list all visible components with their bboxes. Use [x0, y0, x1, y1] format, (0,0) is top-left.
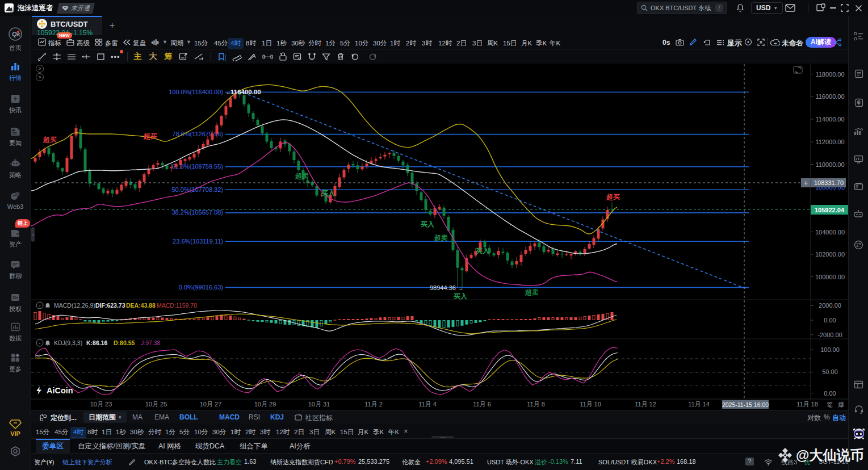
svg-text:⌄: ⌄: [38, 303, 42, 308]
svg-text:11月 2: 11月 2: [364, 401, 383, 408]
svg-text:10月 25: 10月 25: [145, 401, 167, 408]
svg-text:98944.36 →: 98944.36 →: [430, 284, 464, 291]
svg-text:D:80.55: D:80.55: [114, 339, 135, 346]
svg-text:116400.00: 116400.00: [230, 89, 261, 95]
svg-text:2000.00: 2000.00: [819, 302, 841, 309]
svg-text:50.0%(107708.32): 50.0%(107708.32): [171, 186, 223, 193]
svg-text:11月 8: 11月 8: [527, 401, 545, 408]
svg-text:2025-11-15 16:00: 2025-11-15 16:00: [722, 401, 769, 408]
svg-text:11月 10: 11月 10: [580, 401, 601, 408]
svg-text:50.00: 50.00: [822, 368, 838, 375]
svg-text:105922.04: 105922.04: [815, 207, 845, 213]
svg-text:0.00: 0.00: [824, 317, 836, 324]
svg-text:10月 31: 10月 31: [308, 401, 330, 408]
svg-text:11月 4: 11月 4: [418, 401, 437, 408]
svg-text:买入: 买入: [476, 247, 490, 255]
svg-text:100000.00: 100000.00: [815, 274, 845, 280]
svg-text:-2000.00: -2000.00: [817, 331, 842, 338]
svg-text:AiCoin: AiCoin: [47, 386, 73, 395]
svg-text:˃: ˃: [38, 66, 41, 72]
svg-text:⌄: ⌄: [38, 340, 42, 345]
svg-text:˃: ˃: [38, 74, 41, 80]
svg-text:110000.00: 110000.00: [815, 161, 844, 168]
svg-text:DEA:43.88: DEA:43.88: [126, 302, 156, 309]
svg-text:+: +: [804, 179, 808, 187]
svg-text:108331.70: 108331.70: [814, 179, 844, 186]
svg-text:10月 23: 10月 23: [90, 401, 112, 408]
svg-text:116000.00: 116000.00: [815, 93, 844, 100]
svg-text:爆: 爆: [838, 401, 844, 408]
svg-text:超卖: 超卖: [434, 234, 448, 242]
svg-text:K:86.16: K:86.16: [86, 339, 108, 346]
svg-text:118000.00: 118000.00: [815, 71, 844, 78]
svg-text:10月 27: 10月 27: [200, 401, 222, 408]
svg-text:›: ›: [32, 232, 34, 237]
svg-text:超买: 超买: [606, 193, 620, 201]
svg-text:100.00: 100.00: [820, 346, 840, 353]
svg-text:0.00: 0.00: [824, 390, 836, 397]
svg-text:11月 18: 11月 18: [796, 401, 818, 408]
svg-text:102000.00: 102000.00: [815, 251, 845, 258]
svg-text:38.2%(105657.08): 38.2%(105657.08): [171, 209, 223, 216]
svg-text:篭: 篭: [827, 401, 833, 408]
svg-text:DIF:623.73: DIF:623.73: [95, 302, 125, 309]
svg-text:J:97.38: J:97.38: [141, 339, 161, 346]
svg-text:23.6%(103119.11): 23.6%(103119.11): [173, 238, 223, 245]
svg-text:超卖: 超卖: [295, 172, 309, 180]
svg-text:超卖: 超卖: [525, 288, 539, 296]
svg-text:112000.00: 112000.00: [815, 139, 844, 145]
svg-text:11月 6: 11月 6: [473, 401, 491, 408]
svg-text:买入: 买入: [421, 220, 435, 228]
svg-text:KDJ(9,3,3): KDJ(9,3,3): [54, 339, 82, 346]
svg-text:11月 14: 11月 14: [688, 401, 710, 408]
svg-text:MACD(12,26,9): MACD(12,26,9): [54, 302, 95, 309]
svg-text:超买: 超买: [143, 132, 157, 140]
svg-text:0.0%(99016.63): 0.0%(99016.63): [179, 284, 223, 291]
svg-text:114000.00: 114000.00: [815, 116, 844, 123]
svg-text:11月 12: 11月 12: [635, 401, 656, 408]
svg-text:10月 29: 10月 29: [254, 401, 276, 408]
svg-text:买入: 买入: [321, 189, 336, 197]
svg-text:Qk: Qk: [12, 31, 21, 37]
svg-text:超买: 超买: [43, 136, 57, 144]
svg-text:100.0%(116400.00): 100.0%(116400.00): [169, 89, 223, 95]
svg-text:104000.00: 104000.00: [815, 229, 845, 236]
svg-text:买入: 买入: [454, 292, 468, 300]
svg-text:MACD:1159.70: MACD:1159.70: [157, 302, 197, 309]
